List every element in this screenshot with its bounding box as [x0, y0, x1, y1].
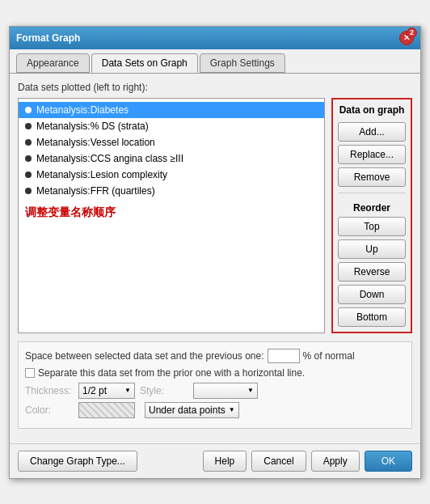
bottom-button[interactable]: Bottom — [338, 307, 406, 327]
apply-button[interactable]: Apply — [311, 451, 360, 472]
list-item-label: Metanalysis:Lesion complexity — [36, 169, 167, 180]
under-arrow-icon: ▼ — [229, 406, 235, 413]
style-label: Style: — [140, 385, 188, 396]
reverse-button[interactable]: Reverse — [338, 262, 406, 282]
list-item[interactable]: Metanalysis:% DS (strata) — [19, 118, 324, 134]
tab-content: Data sets plotted (left to right): Metan… — [10, 74, 420, 443]
reorder-hint-text: 调整变量名称顺序 — [19, 199, 324, 227]
space-row: Space between selected data set and the … — [25, 349, 405, 363]
title-bar: Format Graph ✕ 2 — [10, 27, 420, 49]
space-input[interactable] — [268, 349, 300, 363]
add-button[interactable]: Add... — [338, 122, 406, 142]
data-sets-list[interactable]: Metanalysis:Diabetes Metanalysis:% DS (s… — [18, 98, 325, 333]
data-on-graph-panel: Data on graph Add... Replace... Remove R… — [331, 98, 412, 333]
remove-button[interactable]: Remove — [338, 167, 406, 187]
footer-left: Change Graph Type... — [18, 451, 198, 472]
list-item[interactable]: Metanalysis:FFR (quartiles) — [19, 183, 324, 199]
list-item-label: Metanalysis:FFR (quartiles) — [36, 185, 155, 197]
tab-bar: Appearance Data Sets on Graph Graph Sett… — [10, 49, 420, 74]
tab-graph-settings[interactable]: Graph Settings — [200, 53, 285, 73]
footer-right: Help Cancel Apply OK — [203, 451, 412, 472]
list-item[interactable]: Metanalysis:Lesion complexity — [19, 167, 324, 183]
under-value: Under data points — [149, 404, 226, 416]
options-area: Space between selected data set and the … — [18, 341, 412, 429]
cancel-button[interactable]: Cancel — [251, 451, 306, 472]
top-button[interactable]: Top — [338, 217, 406, 236]
thickness-arrow-icon: ▼ — [124, 387, 131, 394]
bullet-icon — [25, 155, 32, 162]
data-on-graph-title: Data on graph — [338, 104, 406, 116]
bullet-icon — [25, 123, 32, 129]
list-item[interactable]: Metanalysis:Vessel location — [19, 134, 324, 150]
down-button[interactable]: Down — [338, 285, 406, 304]
list-item[interactable]: Metanalysis:Diabetes — [19, 102, 324, 118]
bullet-icon — [25, 188, 32, 194]
space-label: Space between selected data set and the … — [25, 350, 264, 362]
close-button[interactable]: ✕ 2 — [399, 31, 414, 45]
bullet-icon — [25, 139, 32, 146]
list-item-label: Metanalysis:% DS (strata) — [36, 121, 149, 132]
ok-button[interactable]: OK — [365, 451, 412, 472]
separate-checkbox[interactable] — [25, 368, 35, 378]
format-graph-dialog: Format Graph ✕ 2 Appearance Data Sets on… — [9, 26, 421, 479]
list-item-label: Metanalysis:CCS angina class ≥III — [36, 153, 183, 164]
thickness-label: Thickness: — [25, 385, 74, 396]
color-row: Color: Under data points ▼ — [25, 402, 405, 418]
footer: Change Graph Type... Help Cancel Apply O… — [10, 443, 420, 478]
color-label: Color: — [25, 404, 74, 416]
list-item-label: Metanalysis:Vessel location — [36, 137, 155, 148]
thickness-select[interactable]: 1/2 pt ▼ — [78, 383, 135, 399]
separator — [338, 193, 406, 193]
color-picker[interactable] — [78, 402, 135, 418]
bullet-icon — [25, 107, 32, 113]
help-button[interactable]: Help — [203, 451, 247, 472]
dialog-title: Format Graph — [16, 32, 80, 44]
style-select[interactable]: ▼ — [193, 383, 258, 399]
tab-appearance[interactable]: Appearance — [16, 53, 90, 73]
section-label: Data sets plotted (left to right): — [18, 82, 412, 93]
reorder-title: Reorder — [338, 202, 406, 214]
up-button[interactable]: Up — [338, 239, 406, 259]
separate-label: Separate this data set from the prior on… — [38, 367, 305, 379]
tab-data-sets[interactable]: Data Sets on Graph — [91, 53, 198, 73]
space-unit: % of normal — [303, 350, 355, 362]
style-arrow-icon: ▼ — [247, 387, 254, 394]
list-item[interactable]: Metanalysis:CCS angina class ≥III — [19, 150, 324, 167]
thickness-row: Thickness: 1/2 pt ▼ Style: ▼ — [25, 383, 405, 399]
separate-row: Separate this data set from the prior on… — [25, 367, 405, 379]
title-bar-controls: ✕ 2 — [399, 31, 414, 45]
bullet-icon — [25, 172, 32, 178]
under-select[interactable]: Under data points ▼ — [145, 402, 239, 418]
change-graph-type-button[interactable]: Change Graph Type... — [18, 451, 137, 472]
thickness-value: 1/2 pt — [82, 385, 107, 396]
main-area: Metanalysis:Diabetes Metanalysis:% DS (s… — [18, 98, 412, 333]
close-badge: 2 — [407, 28, 417, 38]
list-item-label: Metanalysis:Diabetes — [36, 104, 129, 116]
replace-button[interactable]: Replace... — [338, 145, 406, 164]
